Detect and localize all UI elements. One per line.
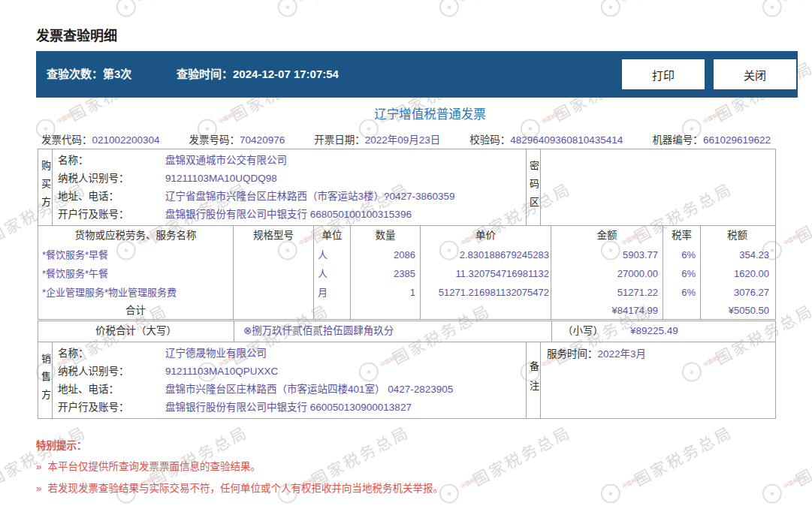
buyer-bank-row: 开户行及账号：盘锦银行股份有限公司中银支行 668050100100315396 xyxy=(53,206,526,224)
grand-total-numeric: （小写） ¥89225.49 xyxy=(552,321,775,342)
check-time-label: 查验时间： xyxy=(177,68,233,80)
password-zone-label: 密码区 xyxy=(527,149,541,225)
invoice-date-field: 开票日期：2022年09月23日 xyxy=(314,131,440,146)
close-button[interactable]: 关闭 xyxy=(714,59,796,89)
buyer-section: 购买方 名称：盘锦双通城市公交有限公司 纳税人识别号：91211103MA10U… xyxy=(38,149,776,226)
remark-zone-label: 备注 xyxy=(527,342,541,418)
item-row: *餐饮服务*早餐 人 2086 2.830188679245283 5903.7… xyxy=(38,245,775,264)
item-row: *企业管理服务*物业管理服务费 月 1 51271.21698113207547… xyxy=(38,283,775,302)
seller-section: 销售方 名称：辽宁德晟物业有限公司 纳税人识别号：91211103MA10QPU… xyxy=(38,342,776,419)
col-header-spec: 规格型号 xyxy=(234,226,314,245)
invoice-title: 辽宁增值税普通发票 xyxy=(38,104,812,122)
col-header-name: 货物或应税劳务、服务名称 xyxy=(38,226,234,245)
special-notes: 特别提示： » 本平台仅提供所查询发票票面信息的查验结果。 » 若发现发票查验结… xyxy=(36,437,443,504)
toolbar: 查验次数：第3次 查验时间：2024-12-07 17:07:54 打印 关闭 xyxy=(36,51,798,98)
col-header-tax: 税额 xyxy=(701,226,774,245)
machine-number-field: 机器编号：661029619622 xyxy=(652,131,771,146)
seller-name-row: 名称：辽宁德晟物业有限公司 xyxy=(53,345,526,363)
items-total-row: 合计 ¥84174.99 ¥5050.50 xyxy=(38,302,775,319)
note-bullet-icon: » xyxy=(36,461,42,473)
col-header-unit: 单位 xyxy=(314,226,351,245)
invoice-code-field: 发票代码：021002200304 xyxy=(41,131,160,146)
check-time-value: 2024-12-07 17:07:54 xyxy=(233,68,339,80)
buyer-address-row: 地址、电话：辽宁省盘锦市兴隆台区庄林路西（市客运站3楼）?0427-386035… xyxy=(53,188,526,206)
buyer-fields: 名称：盘锦双通城市公交有限公司 纳税人识别号：91211103MA10UQDQ9… xyxy=(53,149,527,225)
password-zone xyxy=(541,149,775,225)
note-item: » 本平台仅提供所查询发票票面信息的查验结果。 xyxy=(36,461,443,473)
total-label: 合计 xyxy=(38,302,234,319)
items-table: 货物或应税劳务、服务名称 规格型号 单位 数量 单价 金额 税率 税额 *餐饮服… xyxy=(38,225,776,320)
buyer-taxid-row: 纳税人识别号：91211103MA10UQDQ98 xyxy=(53,170,526,188)
col-header-rate: 税率 xyxy=(663,226,701,245)
check-count-value: 第3次 xyxy=(103,68,131,80)
invoice-header-fields: 发票代码：021002200304 发票号码：70420976 开票日期：202… xyxy=(38,131,774,146)
col-header-amount: 金额 xyxy=(551,226,663,245)
check-code-field: 校验码：48296409360810435414 xyxy=(469,131,623,146)
seller-side-label: 销售方 xyxy=(38,342,53,418)
check-count: 查验次数：第3次 xyxy=(47,51,131,98)
note-item: » 若发现发票查验结果与实际交易不符，任何单位或个人有权拒收并向当地税务机关举报… xyxy=(36,483,443,495)
check-time: 查验时间：2024-12-07 17:07:54 xyxy=(177,51,339,98)
item-row: *餐饮服务*午餐 人 2385 11.320754716981132 27000… xyxy=(38,264,775,283)
col-header-qty: 数量 xyxy=(351,226,421,245)
total-tax: ¥5050.50 xyxy=(701,302,774,319)
seller-taxid-row: 纳税人识别号：91211103MA10QPUXXC xyxy=(53,363,526,381)
buyer-name-row: 名称：盘锦双通城市公交有限公司 xyxy=(53,152,526,170)
check-count-label: 查验次数： xyxy=(47,68,103,80)
invoice-number-field: 发票号码：70420976 xyxy=(189,131,285,146)
seller-bank-row: 开户行及账号：盘锦银行股份有限公司中银支行 660050130900013827 xyxy=(53,399,526,417)
print-button[interactable]: 打印 xyxy=(622,59,705,89)
grand-total-row: 价税合计（大写） ⊗捌万玖仟贰佰贰拾伍圆肆角玖分 （小写） ¥89225.49 xyxy=(38,321,776,342)
invoice-verification-page: 发票查验明细 查验次数：第3次 查验时间：2024-12-07 17:07:54… xyxy=(0,0,812,515)
buyer-side-label: 购买方 xyxy=(38,149,53,225)
total-amount: ¥84174.99 xyxy=(551,302,663,319)
items-header-row: 货物或应税劳务、服务名称 规格型号 单位 数量 单价 金额 税率 税额 xyxy=(38,226,775,245)
remark-zone: 服务时间： 2022年3月 xyxy=(541,342,775,418)
col-header-price: 单价 xyxy=(421,226,551,245)
service-time-row: 服务时间： 2022年3月 xyxy=(547,346,775,363)
notes-title: 特别提示： xyxy=(36,437,443,452)
seller-address-row: 地址、电话：盘锦市兴隆台区庄林路西（市客运站四楼401室） 0427-28239… xyxy=(53,381,526,399)
page-title: 发票查验明细 xyxy=(36,25,117,44)
seller-fields: 名称：辽宁德晟物业有限公司 纳税人识别号：91211103MA10QPUXXC … xyxy=(53,342,527,418)
grand-total-uppercase: ⊗捌万玖仟贰佰贰拾伍圆肆角玖分 xyxy=(234,321,552,342)
note-bullet-icon: » xyxy=(36,483,42,495)
grand-total-label: 价税合计（大写） xyxy=(38,321,234,342)
